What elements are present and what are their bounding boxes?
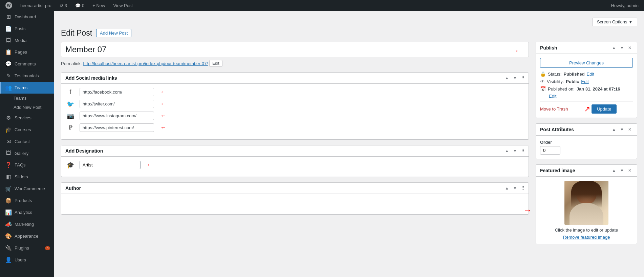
publish-close[interactable]: ✕ (627, 45, 633, 51)
attributes-collapse-down[interactable]: ▼ (619, 126, 625, 133)
analytics-icon: 📊 (5, 209, 12, 216)
featured-image-collapse-down[interactable]: ▼ (619, 167, 625, 174)
remove-featured-image-link[interactable]: Remove featured image (540, 235, 633, 240)
collapse-up-button[interactable]: ▲ (503, 75, 510, 81)
move-to-trash-link[interactable]: Move to Trash (540, 106, 568, 112)
author-collapse-down[interactable]: ▼ (512, 185, 518, 191)
designation-drag-handle[interactable]: ⠿ (521, 148, 524, 154)
comments-item[interactable]: 💬 0 (74, 3, 86, 8)
update-button[interactable]: Update (592, 104, 617, 114)
admin-sidebar: ⊞ Dashboard 📄 Posts 🖼 Media 📋 Pages 💬 Co… (0, 11, 54, 277)
submenu-teams-label: Teams (14, 96, 26, 101)
pinterest-input[interactable] (80, 123, 154, 132)
sidebar-item-sliders[interactable]: ◧ Sliders (0, 171, 54, 183)
sidebar-item-label: Appearance (15, 234, 50, 239)
sidebar-item-users[interactable]: 👤 Users (0, 254, 54, 266)
instagram-icon: 📷 (65, 112, 76, 120)
pinterest-row: 𝐏 ← (65, 123, 524, 132)
wp-logo-item[interactable]: W (4, 2, 14, 9)
preview-changes-button[interactable]: Preview Changes (540, 58, 633, 68)
permalink-edit-button[interactable]: Edit (209, 60, 222, 67)
publish-collapse-up[interactable]: ▲ (610, 45, 617, 51)
site-name-item[interactable]: heena-artist-pro (19, 3, 53, 8)
sidebar-item-gallery[interactable]: 🖼 Gallery (0, 147, 54, 159)
add-new-post-button[interactable]: Add New Post (96, 29, 131, 37)
sidebar-item-teams[interactable]: 👥 Teams (0, 82, 54, 94)
sidebar-item-contact[interactable]: ✉ Contact (0, 136, 54, 147)
dashboard-icon: ⊞ (5, 14, 12, 20)
sidebar-item-woocommerce[interactable]: 🛒 WooCommerce (0, 183, 54, 195)
status-row: 🔒 Status: Published Edit (540, 71, 633, 77)
visibility-label: Visibility: (547, 79, 564, 84)
featured-image-thumbnail[interactable] (564, 181, 608, 225)
status-edit-link[interactable]: Edit (587, 72, 594, 77)
courses-icon: 🎓 (5, 126, 12, 133)
update-arrow-annotation: ↗ (584, 105, 590, 114)
attributes-close[interactable]: ✕ (627, 126, 633, 133)
status-icon: 🔒 (540, 71, 546, 77)
sidebar-item-media[interactable]: 🖼 Media (0, 35, 54, 46)
featured-image-caption: Click the image to edit or update (540, 227, 633, 233)
permalink-row: Permalink: http://localhost/heena-artist… (61, 60, 529, 67)
view-post-item[interactable]: View Post (112, 3, 134, 8)
sidebar-item-products[interactable]: 📦 Products (0, 195, 54, 206)
featured-image-panel: Featured image ▲ ▼ ✕ → (536, 164, 637, 244)
sidebar-item-label: Analytics (15, 210, 50, 215)
attributes-collapse-up[interactable]: ▲ (610, 126, 617, 133)
teams-icon: 👥 (5, 84, 12, 91)
products-icon: 📦 (5, 197, 12, 204)
sidebar-item-appearance[interactable]: 🎨 Appearance (0, 230, 54, 242)
designation-collapse-up[interactable]: ▲ (503, 148, 510, 154)
drag-handle[interactable]: ⠿ (521, 75, 524, 81)
sidebar-item-courses[interactable]: 🎓 Courses (0, 124, 54, 136)
howdy-item[interactable]: Howdy, admin (610, 3, 640, 8)
featured-image-close[interactable]: ✕ (627, 167, 633, 174)
wp-wrap: ⊞ Dashboard 📄 Posts 🖼 Media 📋 Pages 💬 Co… (0, 11, 644, 277)
new-content-item[interactable]: + New (91, 3, 106, 8)
sidebar-item-label: Sliders (15, 174, 50, 179)
sidebar-item-testimonials[interactable]: ✎ Testimonials (0, 70, 54, 82)
author-collapse-up[interactable]: ▲ (503, 185, 510, 191)
featured-image-header: Featured image ▲ ▼ ✕ (536, 165, 637, 177)
visibility-edit-link[interactable]: Edit (581, 79, 588, 84)
designation-collapse-down[interactable]: ▼ (512, 148, 518, 154)
order-input[interactable] (540, 146, 560, 155)
view-post-label: View Post (113, 3, 133, 8)
twitter-icon: 🐦 (65, 100, 76, 108)
post-title-input[interactable] (61, 42, 529, 57)
revisions-item[interactable]: ↺ 3 (58, 3, 68, 8)
sidebar-item-dashboard[interactable]: ⊞ Dashboard (0, 11, 54, 23)
publish-collapse-down[interactable]: ▼ (619, 45, 625, 51)
author-header: Author ▲ ▼ ⠿ (61, 183, 529, 194)
post-sidebar: Publish ▲ ▼ ✕ Preview Changes 🔒 Status: … (536, 42, 637, 250)
screen-options-button[interactable]: Screen Options ▼ (593, 18, 637, 26)
facebook-input[interactable] (80, 88, 154, 96)
sidebar-item-services[interactable]: ⚙ Services (0, 112, 54, 124)
published-date-edit-link[interactable]: Edit (549, 94, 556, 99)
submenu-teams-all[interactable]: Teams (0, 94, 54, 103)
sidebar-item-pages[interactable]: 📋 Pages (0, 46, 54, 58)
featured-image-collapse-up[interactable]: ▲ (610, 167, 617, 174)
instagram-input[interactable] (80, 112, 154, 120)
permalink-url[interactable]: http://localhost/heena-artist-pro/index.… (83, 61, 208, 66)
sidebar-item-comments[interactable]: 💬 Comments (0, 58, 54, 70)
twitter-input[interactable] (80, 100, 154, 108)
sidebar-item-label: Media (15, 38, 50, 43)
status-value: Published (563, 72, 584, 77)
designation-input[interactable] (80, 161, 141, 169)
submenu-teams-add-new[interactable]: Add New Post (0, 103, 54, 112)
gallery-icon: 🖼 (5, 150, 12, 156)
collapse-down-button[interactable]: ▼ (512, 75, 518, 81)
media-icon: 🖼 (5, 37, 12, 43)
instagram-arrow-annotation: ← (160, 112, 166, 119)
sidebar-item-plugins[interactable]: 🔌 Plugins 3 (0, 242, 54, 254)
sidebar-item-analytics[interactable]: 📊 Analytics (0, 206, 54, 218)
testimonials-icon: ✎ (5, 73, 12, 79)
sidebar-item-marketing[interactable]: 📣 Marketing (0, 218, 54, 230)
designation-controls: ▲ ▼ ⠿ (503, 148, 524, 154)
author-controls: ▲ ▼ ⠿ (503, 185, 524, 191)
sidebar-item-faqs[interactable]: ❓ FAQs (0, 159, 54, 171)
author-drag-handle[interactable]: ⠿ (521, 185, 524, 191)
sidebar-item-posts[interactable]: 📄 Posts (0, 23, 54, 35)
appearance-icon: 🎨 (5, 233, 12, 239)
